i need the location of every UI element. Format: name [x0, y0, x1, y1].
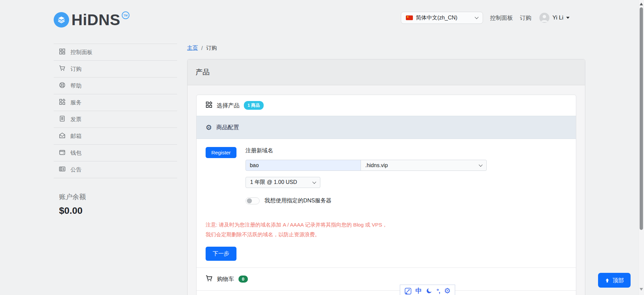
product-config-label: 商品配置	[216, 124, 239, 131]
user-menu[interactable]: Yi Li	[539, 13, 570, 23]
category-icon	[206, 101, 212, 109]
account-balance-label: 账户余额	[59, 192, 177, 201]
life-preserver-icon	[59, 82, 65, 90]
register-button[interactable]: Register	[206, 147, 236, 158]
caret-down-icon	[566, 17, 570, 19]
product-count-badge: 1 商品	[244, 101, 264, 110]
product-config-section-header[interactable]: ⚙ 商品配置	[197, 116, 576, 139]
columns-gap-icon	[59, 48, 65, 56]
breadcrumb-current: 订购	[206, 45, 217, 52]
domain-notice: 注意: 请及时为您注册的域名添加 A / AAAA 记录并将其指向您的 Blog…	[206, 220, 567, 239]
next-section-stub	[197, 291, 576, 295]
breadcrumb: 主页 / 订购	[187, 45, 585, 52]
chevron-down-icon	[312, 180, 316, 184]
nav-order-link[interactable]: 订购	[520, 14, 531, 22]
category-icon	[59, 99, 65, 106]
gear-icon[interactable]: ⚙	[444, 287, 451, 295]
sidebar-item-mailbox[interactable]: 邮箱	[54, 128, 177, 145]
account-balance-value: $0.00	[59, 205, 177, 216]
tld-select[interactable]: .hidns.vip	[361, 160, 487, 171]
chevron-down-icon	[479, 163, 482, 166]
domain-input[interactable]	[246, 160, 361, 171]
envelope-open-icon	[59, 132, 65, 140]
next-step-button[interactable]: 下一步	[206, 247, 236, 261]
tld-select-value: .hidns.vip	[365, 162, 388, 168]
arrow-up-icon	[605, 278, 610, 283]
ime-toolbar: 中 °, ⚙	[400, 285, 455, 295]
product-config-body: Register 注册新域名 .hidns.vip	[197, 139, 576, 267]
domain-label: 注册新域名	[246, 147, 487, 154]
scroll-up-arrow-icon[interactable]	[640, 3, 643, 5]
dns-toggle-label: 我想使用指定的DNS服务器	[265, 197, 332, 204]
sidebar-item-order[interactable]: 订购	[54, 61, 177, 78]
main-content: 主页 / 订购 产品 选择产品 1 商品 ⚙	[187, 42, 585, 295]
scrollbar[interactable]	[638, 0, 644, 295]
term-select[interactable]: 1 年限 @ 1.00 USD	[246, 177, 320, 188]
sidebar-item-services[interactable]: 服务	[54, 94, 177, 111]
avatar	[539, 13, 549, 23]
breadcrumb-home-link[interactable]: 主页	[187, 45, 198, 52]
sidebar: 控制面板 订购 帮助	[54, 34, 177, 216]
breadcrumb-separator: /	[201, 45, 203, 51]
dns-toggle[interactable]	[246, 197, 260, 204]
cart-label: 购物车	[217, 275, 234, 283]
cart-icon	[59, 65, 65, 73]
sidebar-item-dashboard[interactable]: 控制面板	[54, 44, 177, 61]
chinese-mode-icon[interactable]: 中	[416, 287, 422, 295]
product-card: 产品 选择产品 1 商品 ⚙ 商品配置	[187, 59, 585, 295]
scrollbar-thumb[interactable]	[640, 7, 643, 230]
sidebar-item-wallet[interactable]: 钱包	[54, 145, 177, 161]
sidebar-item-invoices[interactable]: 发票	[54, 111, 177, 128]
toggle-knob-icon	[247, 198, 252, 203]
scroll-down-arrow-icon[interactable]	[640, 288, 643, 291]
cart-section-header[interactable]: 购物车 0	[197, 267, 576, 291]
back-to-top-label: 顶部	[612, 277, 624, 284]
wallet-icon	[59, 149, 65, 157]
punctuation-icon[interactable]: °,	[437, 287, 440, 295]
moon-icon[interactable]	[426, 287, 433, 295]
back-to-top-button[interactable]: 顶部	[598, 273, 631, 288]
term-select-value: 1 年限 @ 1.00 USD	[250, 179, 297, 186]
cart-count-badge: 0	[238, 276, 248, 283]
nav-dashboard-link[interactable]: 控制面板	[490, 14, 513, 22]
notice-line-2: 我们会定期删除不活跃的域名，以防止资源浪费。	[206, 230, 567, 239]
user-name: Yi Li	[552, 14, 563, 21]
gear-icon: ⚙	[206, 124, 212, 131]
page-title: 产品	[196, 67, 577, 77]
sidebar-item-help[interactable]: 帮助	[54, 78, 177, 94]
chevron-down-icon	[475, 15, 478, 19]
receipt-icon	[59, 115, 65, 123]
header-right: ★ 简体中文(zh_CN) 控制面板 订购 Yi Li	[401, 12, 570, 24]
language-label: 简体中文(zh_CN)	[416, 14, 475, 21]
product-card-header: 产品	[187, 59, 585, 85]
cart-icon	[206, 275, 213, 283]
cn-flag-icon: ★	[406, 15, 413, 20]
language-selector[interactable]: ★ 简体中文(zh_CN)	[401, 12, 483, 24]
trademark-badge: TM	[122, 11, 129, 19]
notice-line-1: 注意: 请及时为您注册的域名添加 A / AAAA 记录并将其指向您的 Blog…	[206, 220, 567, 230]
layers-icon	[54, 12, 69, 28]
select-product-label: 选择产品	[217, 102, 239, 109]
sidebar-item-announcements[interactable]: 公告	[54, 161, 177, 178]
postcard-icon	[59, 166, 65, 174]
select-product-section-header[interactable]: 选择产品 1 商品	[197, 95, 576, 116]
ime-panel-icon[interactable]	[405, 287, 412, 295]
app-logo[interactable]: HiDNS TM	[54, 12, 129, 28]
brand-name: HiDNS	[71, 12, 120, 28]
order-accordion: 选择产品 1 商品 ⚙ 商品配置 Register 注册新域名	[196, 95, 576, 295]
